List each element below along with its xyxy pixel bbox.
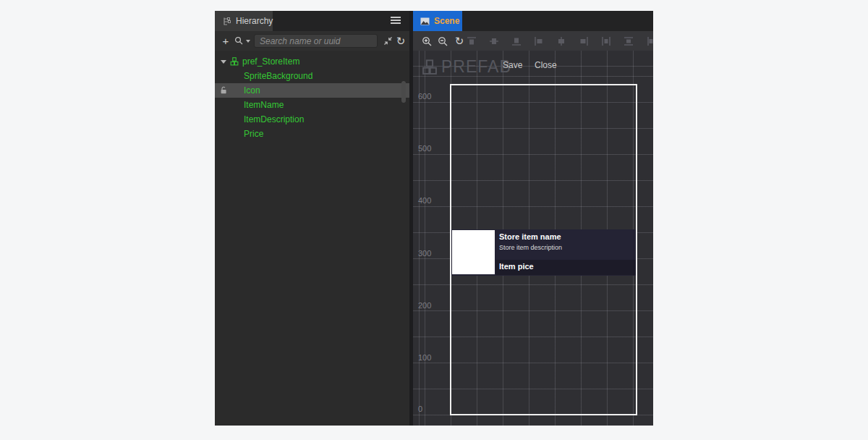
scene-canvas[interactable]: PREFAB Save Close 600 500 400 300 200 10… <box>413 51 653 426</box>
tree-item-label: Price <box>244 127 263 141</box>
align-hcenter-icon[interactable] <box>555 35 568 48</box>
align-right-icon[interactable] <box>577 35 590 48</box>
editor-window: Hierarchy + ↻ <box>215 11 653 426</box>
align-left-icon[interactable] <box>532 35 545 48</box>
align-vcenter-icon[interactable] <box>488 35 501 48</box>
zoom-in-icon[interactable] <box>420 35 433 48</box>
tree-item-label: Icon <box>244 83 260 98</box>
tab-scene[interactable]: Scene <box>413 11 462 31</box>
hierarchy-scrollbar[interactable] <box>401 81 406 103</box>
tree-item-label: pref_StoreItem <box>242 54 299 69</box>
distribute-horizontal-icon[interactable] <box>600 35 613 48</box>
hierarchy-panel: Hierarchy + ↻ <box>215 11 409 426</box>
hierarchy-tabbar: Hierarchy <box>215 11 409 31</box>
hierarchy-icon <box>222 17 231 26</box>
tree-item-itemdescription[interactable]: ItemDescription <box>215 112 409 127</box>
tree-item-label: ItemName <box>244 98 284 112</box>
ruler-label-500: 500 <box>418 144 437 153</box>
prefab-icon <box>230 57 239 66</box>
ruler-label-300: 300 <box>418 249 437 258</box>
scene-image-icon <box>420 17 430 25</box>
store-item-price-text[interactable]: Item pice <box>499 262 534 271</box>
tree-item-price[interactable]: Price <box>215 127 409 141</box>
prefab-watermark: PREFAB <box>422 57 511 77</box>
tree-item-label: SpriteBackground <box>244 69 312 83</box>
store-item-description-text[interactable]: Store item description <box>499 244 562 251</box>
add-node-button[interactable]: + <box>219 35 232 48</box>
reset-view-icon[interactable]: ↻ <box>453 35 466 48</box>
tab-scene-label: Scene <box>434 16 459 26</box>
ruler-label-200: 200 <box>418 301 437 310</box>
expand-arrow-icon[interactable] <box>221 60 226 64</box>
tab-hierarchy[interactable]: Hierarchy <box>215 11 273 31</box>
search-filter-caret-icon[interactable] <box>246 40 250 43</box>
tree-item-icon[interactable]: Icon <box>215 83 409 98</box>
scene-tabbar: Scene <box>413 11 653 31</box>
search-filter-icon[interactable] <box>232 35 245 48</box>
ruler-label-100: 100 <box>418 353 437 363</box>
ruler-label-400: 400 <box>418 196 437 206</box>
ruler-label-0: 0 <box>418 405 437 414</box>
scene-panel: Scene ↻ <box>413 11 653 426</box>
ruler-label-600: 600 <box>418 92 437 101</box>
tree-item-itemname[interactable]: ItemName <box>215 98 409 112</box>
align-bottom-icon[interactable] <box>510 35 523 48</box>
align-top-icon[interactable] <box>465 35 478 48</box>
hierarchy-tree: pref_StoreItem SpriteBackground Icon Ite… <box>215 51 409 426</box>
tree-item-spritebackground[interactable]: SpriteBackground <box>215 69 409 83</box>
lock-icon[interactable] <box>220 86 228 95</box>
prefab-cube-icon <box>422 59 438 75</box>
store-item-name-text[interactable]: Store item name <box>499 232 561 241</box>
distribute-vertical-icon[interactable] <box>622 35 635 48</box>
panel-menu-icon[interactable] <box>391 17 401 25</box>
collapse-all-icon[interactable] <box>381 35 394 48</box>
refresh-icon[interactable]: ↻ <box>394 35 407 48</box>
prefab-watermark-label: PREFAB <box>441 57 511 77</box>
save-button[interactable]: Save <box>503 60 522 70</box>
search-input[interactable] <box>254 34 378 48</box>
scene-toolbar: ↻ <box>413 31 653 51</box>
tab-hierarchy-label: Hierarchy <box>236 16 273 26</box>
distribute-center-icon[interactable] <box>644 35 653 48</box>
tree-item-label: ItemDescription <box>244 112 304 127</box>
hierarchy-toolbar: + ↻ <box>215 31 409 51</box>
tree-item-pref-storeitem[interactable]: pref_StoreItem <box>215 54 409 69</box>
zoom-out-icon[interactable] <box>436 35 449 48</box>
store-item-icon-sprite[interactable] <box>452 230 495 274</box>
close-button[interactable]: Close <box>535 60 557 70</box>
